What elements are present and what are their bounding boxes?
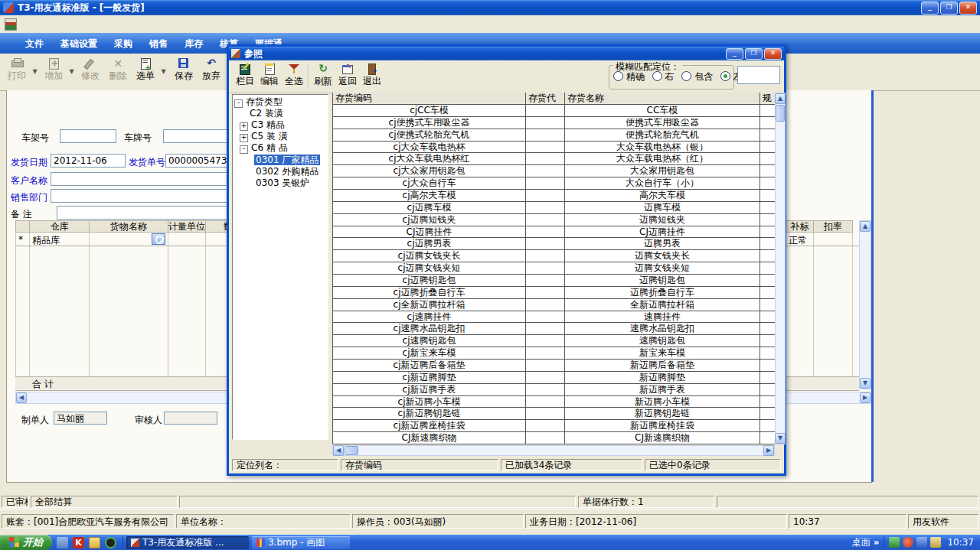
table-row[interactable]: cj便携式轮胎充气机 便携式轮胎充气机	[333, 129, 775, 142]
print-button[interactable]: 打印	[3, 55, 31, 88]
main-grid-hscrollbar[interactable]: ◀	[15, 392, 251, 404]
radio-exact[interactable]	[613, 71, 623, 81]
quicklaunch-icon-k[interactable]: K	[73, 537, 84, 548]
table-row[interactable]: cj速腾水晶钥匙扣 速腾水晶钥匙扣	[333, 323, 775, 335]
menu-item[interactable]: 采购	[106, 38, 141, 49]
tree-root[interactable]: -存货类型	[234, 96, 283, 108]
scroll-thumb[interactable]	[345, 446, 358, 455]
table-row[interactable]: cj迈腾男表 迈腾男表	[333, 238, 775, 250]
splitter[interactable]	[329, 94, 332, 440]
close-button[interactable]: ✕	[959, 2, 977, 15]
scroll-right-icon[interactable]: ▶	[860, 392, 871, 403]
scroll-up-icon[interactable]: ▲	[860, 221, 871, 232]
radio-left[interactable]	[720, 71, 730, 81]
select-order-button[interactable]: + 选单	[132, 55, 159, 88]
collapse-icon[interactable]: -	[240, 145, 248, 154]
tree-item-0303[interactable]: 0303 吴银炉	[256, 177, 309, 189]
main-grid-hscrollbar-right[interactable]: ▶	[786, 392, 871, 404]
tree-item-c6[interactable]: -C6 精 品	[240, 142, 288, 154]
edit-button[interactable]: 编辑	[258, 62, 281, 91]
dialog-hscrollbar[interactable]: ◀ ▶	[332, 445, 775, 456]
table-row[interactable]: cj高尔夫车模 高尔夫车模	[333, 190, 775, 202]
dropdown-arrow[interactable]: ▼	[67, 55, 76, 88]
expand-icon[interactable]: +	[240, 134, 248, 142]
dropdown-arrow[interactable]: ▼	[31, 55, 39, 88]
table-row[interactable]: cj迈腾女钱夹短 迈腾女钱夹短	[333, 262, 775, 275]
table-row[interactable]: cj全新迈腾拉杆箱 全新迈腾拉杆箱	[333, 299, 775, 311]
desktop-toolbar-label[interactable]: 桌面	[852, 536, 871, 549]
expand-icon[interactable]: +	[240, 122, 248, 131]
table-row[interactable]: cj便携式车用吸尘器 便携式车用吸尘器	[333, 117, 775, 129]
minimize-button[interactable]: _	[921, 2, 939, 15]
table-row[interactable]: cj新迈腾手表 新迈腾手表	[333, 384, 775, 396]
quicklaunch-icon-2[interactable]	[105, 537, 116, 548]
quicklaunch-folder-icon[interactable]	[89, 537, 100, 548]
col-code[interactable]: 存货编码	[333, 93, 526, 104]
ship-date-input[interactable]: 2012-11-06	[51, 154, 126, 168]
collapse-icon[interactable]: -	[234, 99, 243, 108]
col-name[interactable]: 存货名称	[565, 93, 760, 104]
table-row[interactable]: cj新迈腾脚垫 新迈腾脚垫	[333, 372, 775, 384]
task-button-paint[interactable]: 3.bmp - 画图	[252, 536, 350, 549]
maker-input[interactable]: 马如丽	[54, 412, 107, 425]
columns-button[interactable]: 栏目	[234, 62, 256, 91]
quicklaunch-icon-1[interactable]	[57, 537, 68, 548]
magnifier-button[interactable]	[152, 233, 165, 245]
scroll-down-icon[interactable]: ▼	[860, 378, 871, 389]
dialog-minimize-button[interactable]: _	[726, 48, 743, 60]
restore-button[interactable]: ❐	[940, 2, 958, 15]
tray-icon-2[interactable]	[903, 537, 913, 548]
fuzzy-input[interactable]	[737, 66, 780, 84]
task-button-t3[interactable]: T3-用友通标准版 ...	[126, 536, 249, 549]
main-grid-vscrollbar[interactable]: ▲ ▼	[859, 220, 871, 389]
table-row[interactable]: cj迈腾钥匙包 迈腾钥匙包	[333, 275, 775, 287]
dialog-vscrollbar[interactable]: ▲ ▼	[775, 93, 786, 444]
menu-item[interactable]: 库存	[176, 38, 211, 49]
table-row[interactable]: cjCC车模 CC车模	[333, 105, 775, 117]
scroll-down-icon[interactable]: ▼	[775, 433, 786, 444]
table-row[interactable]: cj大众家用钥匙包 大众家用钥匙包	[333, 165, 775, 177]
menu-item[interactable]: 基础设置	[52, 38, 106, 49]
start-button[interactable]: 开始	[0, 535, 52, 550]
table-row[interactable]: cj大众车载电热杯红 大众车载电热杯（红）	[333, 153, 775, 165]
tree-item-0302[interactable]: 0302 外购精品	[256, 166, 318, 177]
table-row[interactable]: CJ迈腾挂件 CJ迈腾挂件	[333, 226, 775, 239]
scroll-thumb[interactable]	[776, 105, 785, 122]
table-row[interactable]: cj速腾挂件 速腾挂件	[333, 311, 775, 324]
scroll-up-icon[interactable]: ▲	[775, 93, 786, 104]
desktop-chevron[interactable]: »	[874, 537, 880, 548]
delete-button[interactable]: ✕ 删除	[104, 55, 132, 88]
scroll-right-icon[interactable]: ▶	[763, 445, 774, 456]
table-row[interactable]: cj迈腾车模 迈腾车模	[333, 202, 775, 214]
customer-input[interactable]	[51, 172, 251, 186]
tree-item-c3[interactable]: +C3 精品	[240, 119, 285, 131]
dept-input[interactable]	[51, 189, 251, 203]
scroll-left-icon[interactable]: ◀	[16, 392, 27, 403]
memo-input[interactable]	[57, 206, 251, 220]
table-row[interactable]: cj新迈腾后备箱垫 新迈腾后备箱垫	[333, 360, 775, 372]
abandon-button[interactable]: ↶ 放弃	[198, 55, 225, 88]
col-spec[interactable]: 规	[760, 93, 775, 104]
table-row[interactable]: cj迈腾女钱夹长 迈腾女钱夹长	[333, 250, 775, 262]
select-all-button[interactable]: 全选	[283, 62, 305, 91]
table-row[interactable]: cj大众自行车 大众自行车（小）	[333, 177, 775, 190]
tree-item-c5[interactable]: +C5 装 潢	[240, 131, 288, 142]
col-dm[interactable]: 存货代码	[526, 93, 565, 104]
add-button[interactable]: + 增加	[40, 55, 67, 88]
table-row[interactable]: cj新宝来车模 新宝来车模	[333, 347, 775, 360]
menu-item[interactable]: 销售	[141, 38, 176, 49]
vin-input[interactable]	[60, 129, 116, 143]
table-row[interactable]: cj迈腾短钱夹 迈腾短钱夹	[333, 214, 775, 226]
tray-icon-3[interactable]	[916, 537, 927, 548]
modify-button[interactable]: 修改	[77, 55, 104, 88]
table-row[interactable]: cj大众车载电热杯 大众车载电热杯（银）	[333, 142, 775, 154]
table-row[interactable]: cj新迈腾座椅挂袋 新迈腾座椅挂袋	[333, 420, 775, 432]
return-button[interactable]: ↖ 返回	[336, 62, 359, 91]
menu-item[interactable]: 文件	[17, 38, 52, 49]
radio-contain[interactable]	[681, 71, 691, 81]
auditor-input[interactable]	[164, 412, 217, 425]
tree-item-0301[interactable]: 0301 厂家精品	[254, 155, 320, 166]
table-row[interactable]: cj新迈腾小车模 新迈腾小车模	[333, 396, 775, 408]
dropdown-arrow[interactable]: ▼	[159, 55, 168, 88]
table-row[interactable]: cj新迈腾钥匙链 新迈腾钥匙链	[333, 408, 775, 420]
